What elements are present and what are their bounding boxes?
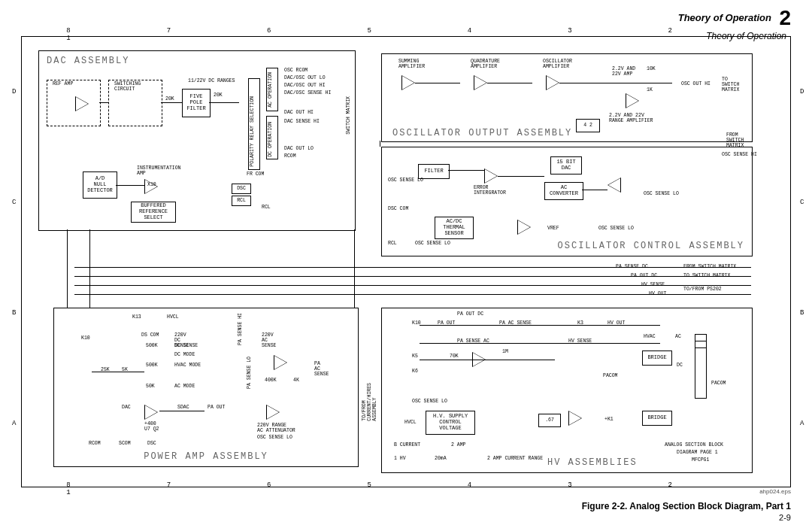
row-l-a: A <box>12 420 16 427</box>
side-label: TO/FROM CURRENT/HIRES ASSEMBLY <box>362 383 377 421</box>
net-dac-osc-out-hi: DAC/OSC OUT HI <box>284 83 326 88</box>
page-number: 2-9 <box>779 513 791 522</box>
filter-box: FILTER <box>418 164 450 179</box>
hv-title: HV ASSEMBLIES <box>547 457 638 468</box>
col-3: 3 <box>523 27 618 35</box>
hv-supply: H.V. SUPPLY CONTROL VOLTAGE <box>426 411 475 435</box>
power-amp-assembly: POWER AMP ASSEMBLY K13 HVCL PA SENSE HI … <box>53 308 359 467</box>
dc-op-label: DC OPERATION <box>268 122 273 157</box>
hv-k6: K6 <box>412 369 418 374</box>
net-dac-osc-sense-hi: DAC/OSC SENSE HI <box>284 90 331 96</box>
row-r-c: C <box>800 199 804 206</box>
eps-filename: ahp024.eps <box>759 488 791 495</box>
rcom: RCOM <box>89 441 101 446</box>
r4k: 4K <box>293 378 299 383</box>
b-current: B CURRENT <box>394 442 420 448</box>
col-7: 7 <box>121 27 217 35</box>
u7q2-amp <box>144 405 158 420</box>
bus-tofrom: TO/FROM PS202 <box>683 287 722 292</box>
hvcl: HVCL <box>167 314 179 320</box>
chapter-number: 2 <box>779 6 791 29</box>
k1: +K1 <box>604 417 614 422</box>
sw-matrix-label: SWITCH MATRIX <box>346 96 351 135</box>
row-l-b: B <box>12 309 16 317</box>
dsc-pad: DSC <box>232 184 251 194</box>
rcl-pad: RCL <box>232 196 251 206</box>
rcl2-label: RCL <box>262 205 271 210</box>
five-pole-filter: FIVE POLE FILTER <box>182 89 211 117</box>
col-8: 8 <box>21 27 117 35</box>
dac-title: DAC ASSEMBLY <box>47 56 129 66</box>
buffered-ref-select: BUFFERED REFERENCE SELECT <box>131 202 176 223</box>
col-2: 2 <box>623 27 718 35</box>
col-6: 6 <box>222 27 317 35</box>
hvcl-label: HVCL <box>404 420 417 425</box>
bridge-1: BRIDGE <box>642 351 672 366</box>
r400k: 400K <box>265 378 277 383</box>
net-osc-rcom: OSC RCOM <box>284 68 308 73</box>
twenty-ma: 20mA <box>435 456 447 461</box>
note2: DIAGRAM PAGE 1 <box>677 450 718 455</box>
quad-amp: QUADRATURE AMPLIFIER <box>471 59 500 69</box>
err-amp-icon <box>484 168 498 184</box>
r1m: 1M <box>502 349 508 354</box>
row-r-b: B <box>800 309 804 317</box>
osc-amp-icon <box>546 75 559 90</box>
range1: 2.2V AND 22V AMP <box>612 66 635 77</box>
osc-out-hi: OSC OUT HI <box>681 81 710 86</box>
atten-amp <box>266 405 280 420</box>
note1: ANALOG SECTION BLOCK <box>665 442 723 448</box>
oc-sense-lo-a: OSC SENSE LO <box>388 178 423 183</box>
sum-amp-icon <box>401 75 415 90</box>
from-switch: FROM SWITCH MATRIX <box>726 132 744 148</box>
ac-op-label: AC OPERATION <box>268 72 273 108</box>
osc-amp: OSCILLATOR AMPLIFIER <box>543 59 572 69</box>
bridge-2: BRIDGE <box>642 411 672 426</box>
r20k-b: 20K <box>214 93 223 98</box>
x10-label: X10 <box>147 182 156 187</box>
err-int: ERROR INTERGRATOR <box>474 185 506 196</box>
hv-ac: AC <box>675 334 681 339</box>
figure-caption: Figure 2-2. Analog Section Block Diagram… <box>582 501 791 511</box>
pa-sense-lo: PA SENSE LO <box>247 357 252 389</box>
note3: MFCPG1 <box>692 457 709 463</box>
k13: K13 <box>132 314 141 320</box>
two-amp: 2 AMP <box>451 442 466 448</box>
ac-converter: AC CONVERTER <box>544 182 583 200</box>
r500k-b: 500K <box>146 363 158 368</box>
polarity-label: POLARITY RELAY SELECTION <box>250 96 255 167</box>
to-switch-matrix: TO SWITCH MATRIX <box>722 77 739 93</box>
oscout-title: OSCILLATOR OUTPUT ASSEMBLY <box>392 128 572 138</box>
col-b-1: 1 <box>21 489 117 496</box>
hvac-mode: HVAC MODE <box>174 363 201 368</box>
r50k: 50K <box>146 384 155 389</box>
pacom2: PACOM <box>711 381 726 386</box>
net-dac-out-lo: DAC OUT LO <box>284 146 314 151</box>
hv-dc: DC <box>677 363 683 368</box>
range2: 2.2V AND 22V RANGE AMPLIFIER <box>609 113 653 123</box>
dsc: DSC <box>147 441 156 446</box>
u7q2: +400 U7 Q2 <box>144 421 159 432</box>
net-dac-osc-out-lo: DAC/OSC OUT LO <box>284 75 326 80</box>
k10: K10 <box>81 335 90 341</box>
hvac: HVAC <box>644 334 656 339</box>
dac-assembly: DAC ASSEMBLY REF AMP SWITCHING CIRCUIT 2… <box>38 50 356 231</box>
inst-amp-label: INSTRUMENTATION AMP <box>137 165 181 176</box>
r70k: 70K <box>450 354 459 359</box>
col-5: 5 <box>322 27 417 35</box>
dac-in: DAC <box>122 405 131 410</box>
oc-sense-lo-c: OSC SENSE LO <box>598 226 634 231</box>
dc-sense: DC SENSE <box>174 343 198 348</box>
r500k-a: 500K <box>146 343 158 348</box>
dc-ranges: 11/22V DC RANGES <box>188 78 235 83</box>
row-l-d: D <box>12 88 16 96</box>
rcl-bottom: RCL <box>388 241 397 246</box>
thermal-sensor: AC/DC THERMAL SENSOR <box>435 217 474 239</box>
oc-sense-lo-d: OSC SENSE LO <box>415 241 450 246</box>
col-4: 4 <box>423 27 518 35</box>
mux-box: 4 2 <box>576 119 600 132</box>
net-dac-sense-hi: DAC SENSE HI <box>284 119 320 124</box>
drawing-frame: DAC ASSEMBLY REF AMP SWITCHING CIRCUIT 2… <box>21 36 791 487</box>
row-r-d: D <box>800 88 804 96</box>
oc-sense-hi: OSC SENSE HI <box>722 152 757 157</box>
